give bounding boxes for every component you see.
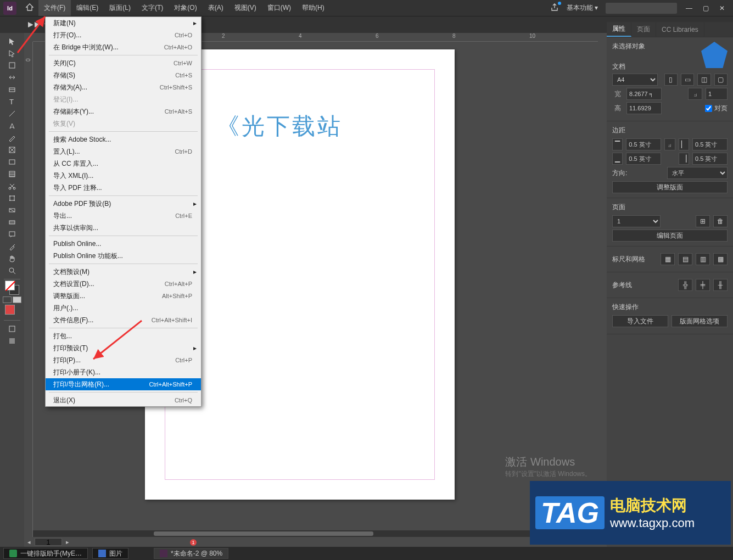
- height-field[interactable]: [626, 102, 662, 114]
- tab-properties[interactable]: 属性: [607, 22, 631, 37]
- rectangle-tool[interactable]: [1, 156, 23, 168]
- layout-grid-options-button[interactable]: 版面网格选项: [672, 315, 728, 327]
- ruler-icon[interactable]: ▦: [661, 253, 675, 265]
- add-page-icon[interactable]: ⊞: [696, 215, 710, 227]
- gap-tool[interactable]: [1, 71, 23, 83]
- file-menu-item[interactable]: Publish Online 功能板...: [46, 250, 201, 262]
- file-menu-item[interactable]: 用户(.)...: [46, 302, 201, 314]
- file-menu-item[interactable]: 存储副本(Y)...Ctrl+Alt+S: [46, 105, 201, 117]
- content-collector-tool[interactable]: [1, 83, 23, 96]
- menu-window[interactable]: 窗口(W): [262, 0, 296, 16]
- menu-layout[interactable]: 版面(L): [104, 0, 136, 16]
- sample-text-frame[interactable]: 《光下载站: [216, 111, 343, 142]
- note-tool[interactable]: [1, 228, 23, 240]
- file-menu-item[interactable]: 调整版面...Alt+Shift+P: [46, 290, 201, 302]
- color-mode-buttons[interactable]: [1, 294, 23, 306]
- file-menu-item[interactable]: 共享以供审阅...: [46, 222, 201, 234]
- page-tool[interactable]: [1, 59, 23, 71]
- width-field[interactable]: [626, 88, 662, 100]
- tab-pages[interactable]: 页面: [631, 22, 656, 37]
- type-tool[interactable]: T: [1, 96, 23, 108]
- single-page-icon[interactable]: ▢: [714, 74, 728, 86]
- minimize-icon[interactable]: —: [685, 4, 693, 13]
- facing-pages-icon[interactable]: ◫: [697, 74, 710, 86]
- hand-tool[interactable]: [1, 253, 23, 265]
- margin-right-field[interactable]: [692, 153, 728, 165]
- menu-type[interactable]: 文字(T): [136, 0, 169, 16]
- menu-table[interactable]: 表(A): [203, 0, 229, 16]
- grid3-icon[interactable]: ▩: [713, 253, 728, 265]
- rectangle-frame-tool[interactable]: [1, 144, 23, 156]
- margin-top-field[interactable]: [626, 138, 661, 150]
- share-icon[interactable]: [550, 3, 559, 13]
- menu-object[interactable]: 对象(O): [169, 0, 202, 16]
- search-input[interactable]: [606, 3, 677, 14]
- view-mode-normal[interactable]: [1, 323, 23, 335]
- file-menu-item[interactable]: 从 CC 库置入...: [46, 158, 201, 170]
- pen-tool[interactable]: [1, 120, 23, 132]
- maximize-icon[interactable]: ▢: [701, 4, 710, 13]
- file-menu-item[interactable]: 新建(N)▸: [46, 17, 201, 29]
- file-menu-item[interactable]: 打开(O)...Ctrl+O: [46, 29, 201, 41]
- margin-bottom-field[interactable]: [626, 153, 661, 165]
- file-menu-item[interactable]: Publish Online...: [46, 238, 201, 250]
- horizontal-scrollbar[interactable]: [33, 530, 598, 537]
- file-menu-item[interactable]: 置入(L)...Ctrl+D: [46, 145, 201, 158]
- link-field[interactable]: [706, 88, 728, 100]
- zoom-tool[interactable]: [1, 265, 23, 277]
- page-number-select[interactable]: 1: [612, 215, 661, 227]
- workspace-switcher[interactable]: 基本功能 ▾: [567, 3, 598, 13]
- menu-view[interactable]: 视图(V): [229, 0, 262, 16]
- file-menu-item[interactable]: 文档预设(M)▸: [46, 266, 201, 278]
- orientation-select[interactable]: 水平: [667, 167, 728, 179]
- taskbar-item[interactable]: 图片: [92, 548, 128, 559]
- pencil-tool[interactable]: [1, 132, 23, 144]
- grid2-icon[interactable]: ▥: [696, 253, 710, 265]
- gradient-feather-tool[interactable]: [1, 216, 23, 228]
- facing-pages-checkbox[interactable]: 对页: [705, 104, 728, 113]
- apply-color[interactable]: [1, 306, 23, 318]
- free-transform-tool[interactable]: [1, 192, 23, 204]
- guide3-icon[interactable]: ╫: [713, 279, 728, 291]
- eyedropper-tool[interactable]: [1, 240, 23, 253]
- scissors-tool[interactable]: [1, 180, 23, 192]
- file-menu-item[interactable]: 导入 XML(I)...: [46, 170, 201, 182]
- orientation-portrait-icon[interactable]: ▯: [664, 74, 678, 86]
- edit-pages-button[interactable]: 编辑页面: [612, 229, 728, 242]
- menu-edit[interactable]: 编辑(E): [71, 0, 104, 16]
- close-icon[interactable]: ✕: [718, 4, 726, 13]
- link-icon[interactable]: ⟓: [688, 88, 702, 100]
- taskbar-item[interactable]: *未命名-2 @ 80%: [154, 548, 228, 559]
- orientation-landscape-icon[interactable]: ▭: [681, 74, 694, 86]
- file-menu-item[interactable]: 导出...Ctrl+E: [46, 210, 201, 222]
- file-menu-item[interactable]: 退出(X)Ctrl+Q: [46, 394, 201, 406]
- guide2-icon[interactable]: ╪: [696, 279, 710, 291]
- gradient-swatch-tool[interactable]: [1, 204, 23, 216]
- tab-cc-libraries[interactable]: CC Libraries: [656, 22, 704, 37]
- page-size-select[interactable]: A4: [612, 74, 658, 86]
- file-menu-item[interactable]: 存储为(A)...Ctrl+Shift+S: [46, 81, 201, 93]
- file-menu-item[interactable]: Adobe PDF 预设(B)▸: [46, 198, 201, 210]
- grid1-icon[interactable]: ▤: [678, 253, 692, 265]
- file-menu-item[interactable]: 打印/导出网格(R)...Ctrl+Alt+Shift+P: [46, 378, 201, 390]
- file-menu-item[interactable]: 关闭(C)Ctrl+W: [46, 57, 201, 69]
- fill-stroke-toggle[interactable]: [1, 282, 23, 294]
- file-menu-item[interactable]: 文档设置(D)...Ctrl+Alt+P: [46, 278, 201, 290]
- line-tool[interactable]: [1, 108, 23, 120]
- current-page-field[interactable]: [35, 538, 62, 546]
- file-menu-item[interactable]: 存储(S)Ctrl+S: [46, 69, 201, 81]
- taskbar-item[interactable]: 一键排版助手(MyE…: [3, 548, 88, 559]
- grid-frame-tool[interactable]: [1, 168, 23, 180]
- adjust-layout-button[interactable]: 调整版面: [612, 181, 728, 193]
- import-file-button[interactable]: 导入文件: [612, 315, 668, 327]
- margin-left-field[interactable]: [692, 138, 728, 150]
- file-menu-item[interactable]: 导入 PDF 注释...: [46, 182, 201, 194]
- view-mode-preview[interactable]: [1, 335, 23, 347]
- link-margins-icon[interactable]: ⟓: [664, 138, 675, 150]
- file-menu-item[interactable]: 在 Bridge 中浏览(W)...Ctrl+Alt+O: [46, 41, 201, 53]
- menu-help[interactable]: 帮助(H): [296, 0, 330, 16]
- delete-page-icon[interactable]: 🗑: [713, 215, 728, 227]
- file-menu-item[interactable]: 搜索 Adobe Stock...: [46, 133, 201, 145]
- scrollbar-thumb[interactable]: [154, 531, 373, 536]
- guide1-icon[interactable]: ╬: [678, 279, 692, 291]
